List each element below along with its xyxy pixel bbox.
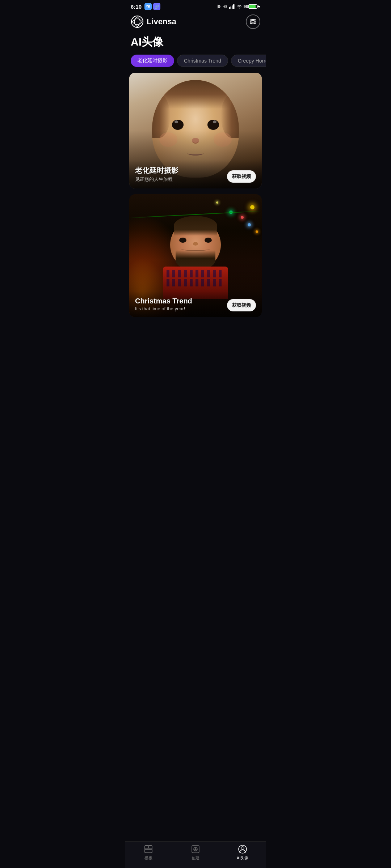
map-app-icon: 🗺 (144, 3, 152, 10)
header: Livensa (125, 12, 266, 33)
aging-get-video-button[interactable]: 获取视频 (227, 170, 256, 183)
settings-button[interactable] (246, 14, 260, 29)
filter-tabs: 老化延时摄影 Christmas Trend Creepy Horror (125, 55, 266, 73)
link-app-icon: 🔗 (153, 3, 160, 10)
battery-indicator: 96 (244, 4, 260, 9)
link-icon (223, 4, 228, 9)
content-area: 老化延时摄影 见证您的人生旅程 获取视频 (125, 73, 266, 317)
bluetooth-icon (217, 4, 221, 9)
page-title: AI头像 (125, 33, 266, 55)
status-bar: 6:10 🗺 🔗 96 (125, 0, 266, 12)
aging-card-title: 老化延时摄影 (135, 166, 227, 175)
status-icons: 96 (217, 4, 260, 9)
svg-rect-1 (230, 7, 231, 9)
camera-icon (249, 18, 257, 25)
christmas-get-video-button[interactable]: 获取视频 (227, 299, 256, 311)
logo-text: Livensa (147, 17, 176, 26)
tab-christmas[interactable]: Christmas Trend (177, 55, 228, 67)
christmas-card-text: Christmas Trend It's that time of the ye… (135, 297, 227, 311)
svg-point-5 (131, 16, 143, 27)
svg-rect-2 (232, 5, 233, 9)
svg-rect-4 (234, 4, 235, 9)
svg-point-6 (252, 21, 255, 23)
aging-card-text: 老化延时摄影 见证您的人生旅程 (135, 166, 227, 183)
livensa-logo-icon (131, 15, 144, 28)
signal-icon (229, 4, 235, 9)
christmas-card-title: Christmas Trend (135, 297, 227, 305)
aging-card[interactable]: 老化延时摄影 见证您的人生旅程 获取视频 (129, 73, 262, 188)
tab-horror[interactable]: Creepy Horror (231, 55, 266, 67)
christmas-card[interactable]: Christmas Trend It's that time of the ye… (129, 194, 262, 317)
aging-card-subtitle: 见证您的人生旅程 (135, 176, 227, 183)
battery-level: 96 (244, 4, 248, 9)
app-icons: 🗺 🔗 (144, 3, 160, 10)
christmas-card-overlay: Christmas Trend It's that time of the ye… (129, 291, 262, 317)
christmas-card-subtitle: It's that time of the year! (135, 306, 227, 311)
tab-aging[interactable]: 老化延时摄影 (131, 55, 174, 67)
svg-rect-3 (233, 4, 234, 9)
aging-card-overlay: 老化延时摄影 见证您的人生旅程 获取视频 (129, 160, 262, 188)
status-time: 6:10 (131, 4, 142, 10)
svg-rect-0 (229, 7, 230, 9)
wifi-icon (236, 4, 242, 9)
logo-container: Livensa (131, 15, 176, 28)
